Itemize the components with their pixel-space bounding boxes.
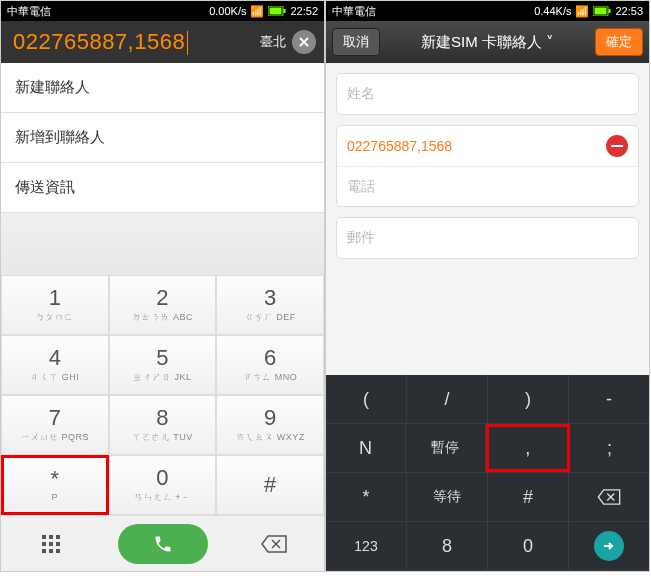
menu-send-info[interactable]: 傳送資訊 <box>1 163 324 213</box>
call-button[interactable] <box>102 516 223 571</box>
backspace-icon <box>261 535 287 553</box>
svg-rect-15 <box>611 145 623 147</box>
kb-lparen[interactable]: ( <box>326 375 407 423</box>
battery-icon <box>268 6 286 16</box>
svg-rect-11 <box>56 549 60 553</box>
go-icon <box>594 531 624 561</box>
email-field[interactable]: 郵件 <box>337 218 638 258</box>
kb-n[interactable]: N <box>326 424 406 472</box>
nav-bar: 取消 新建SIM 卡聯絡人 ˅ 確定 <box>326 21 649 63</box>
confirm-button[interactable]: 確定 <box>595 28 643 56</box>
clock-label: 22:52 <box>290 5 318 17</box>
bottom-bar <box>1 515 324 571</box>
keypad-toggle-button[interactable] <box>1 516 102 571</box>
status-bar: 中華電信 0.00K/s 📶 22:52 <box>1 1 324 21</box>
dial-header: 022765887,1568 臺北 <box>1 21 324 63</box>
kb-minus[interactable]: - <box>569 375 649 423</box>
key-7[interactable]: 7ㄧㄨㄩㄝ PQRS <box>1 395 109 455</box>
menu-add-to-contact[interactable]: 新增到聯絡人 <box>1 113 324 163</box>
clear-button[interactable] <box>292 30 316 54</box>
kb-wait[interactable]: 等待 <box>407 473 488 521</box>
menu-new-contact[interactable]: 新建聯絡人 <box>1 63 324 113</box>
spacer <box>1 213 324 275</box>
contact-form: 姓名 022765887,1568 電話 郵件 <box>326 63 649 375</box>
key-1[interactable]: 1ㄅㄆㄇㄈ <box>1 275 109 335</box>
kb-semicolon[interactable]: ; <box>570 424 649 472</box>
key-star[interactable]: *P <box>1 455 109 515</box>
action-menu: 新建聯絡人 新增到聯絡人 傳送資訊 <box>1 63 324 213</box>
dialed-number: 022765887,1568 <box>13 29 260 55</box>
key-2[interactable]: 2ㄉㄊㄋㄌ ABC <box>109 275 217 335</box>
kb-comma[interactable]: , <box>486 424 571 472</box>
nav-title[interactable]: 新建SIM 卡聯絡人 ˅ <box>386 33 589 52</box>
kb-hash[interactable]: # <box>488 473 569 521</box>
keypad: 1ㄅㄆㄇㄈ 2ㄉㄊㄋㄌ ABC 3ㄍㄎㄏ DEF 4ㄐㄑㄒ GHI 5ㄓㄔㄕㄖ … <box>1 275 324 515</box>
symbol-keyboard: ( / ) - N 暫停 , ; * 等待 # 123 8 0 <box>326 375 649 571</box>
phone-icon <box>153 534 173 554</box>
carrier-label: 中華電信 <box>332 4 376 19</box>
svg-rect-4 <box>49 535 53 539</box>
svg-rect-8 <box>56 542 60 546</box>
svg-rect-5 <box>56 535 60 539</box>
key-4[interactable]: 4ㄐㄑㄒ GHI <box>1 335 109 395</box>
remove-phone-button[interactable] <box>606 135 628 157</box>
kb-pause[interactable]: 暫停 <box>406 424 486 472</box>
region-label: 臺北 <box>260 33 286 51</box>
kb-rparen[interactable]: ) <box>488 375 569 423</box>
phone-placeholder-field[interactable]: 電話 <box>337 166 638 206</box>
svg-rect-2 <box>284 9 286 13</box>
phone-value: 022765887,1568 <box>347 138 452 154</box>
name-field[interactable]: 姓名 <box>337 74 638 114</box>
kb-8[interactable]: 8 <box>407 522 488 570</box>
backspace-button[interactable] <box>223 516 324 571</box>
cancel-button[interactable]: 取消 <box>332 28 380 56</box>
clock-label: 22:53 <box>615 5 643 17</box>
new-contact-screen: 中華電信 0.44K/s 📶 22:53 取消 新建SIM 卡聯絡人 ˅ 確定 … <box>325 0 650 572</box>
network-speed: 0.44K/s <box>534 5 571 17</box>
key-3[interactable]: 3ㄍㄎㄏ DEF <box>216 275 324 335</box>
kb-go[interactable] <box>569 522 649 570</box>
signal-icon: 📶 <box>575 5 589 18</box>
kb-backspace[interactable] <box>569 473 649 521</box>
svg-rect-6 <box>42 542 46 546</box>
key-9[interactable]: 9ㄞㄟㄠㄡ WXYZ <box>216 395 324 455</box>
signal-icon: 📶 <box>250 5 264 18</box>
kb-123[interactable]: 123 <box>326 522 407 570</box>
backspace-icon <box>597 489 621 505</box>
kb-slash[interactable]: / <box>407 375 488 423</box>
key-6[interactable]: 6ㄗㄘㄙ MNO <box>216 335 324 395</box>
svg-rect-9 <box>42 549 46 553</box>
carrier-label: 中華電信 <box>7 4 51 19</box>
svg-rect-7 <box>49 542 53 546</box>
kb-star[interactable]: * <box>326 473 407 521</box>
svg-rect-14 <box>609 9 611 13</box>
status-bar: 中華電信 0.44K/s 📶 22:53 <box>326 1 649 21</box>
battery-icon <box>593 6 611 16</box>
kb-0[interactable]: 0 <box>488 522 569 570</box>
svg-rect-1 <box>270 8 282 15</box>
phone-field[interactable]: 022765887,1568 <box>337 126 638 166</box>
svg-rect-13 <box>595 8 607 15</box>
key-0[interactable]: 0ㄢㄣㄤㄥ +﹣ <box>109 455 217 515</box>
key-8[interactable]: 8ㄚㄛㄜㄦ TUV <box>109 395 217 455</box>
network-speed: 0.00K/s <box>209 5 246 17</box>
svg-rect-10 <box>49 549 53 553</box>
dialer-screen: 中華電信 0.00K/s 📶 22:52 022765887,1568 臺北 新… <box>0 0 325 572</box>
key-hash[interactable]: # <box>216 455 324 515</box>
key-5[interactable]: 5ㄓㄔㄕㄖ JKL <box>109 335 217 395</box>
keypad-icon <box>40 533 62 555</box>
svg-rect-3 <box>42 535 46 539</box>
